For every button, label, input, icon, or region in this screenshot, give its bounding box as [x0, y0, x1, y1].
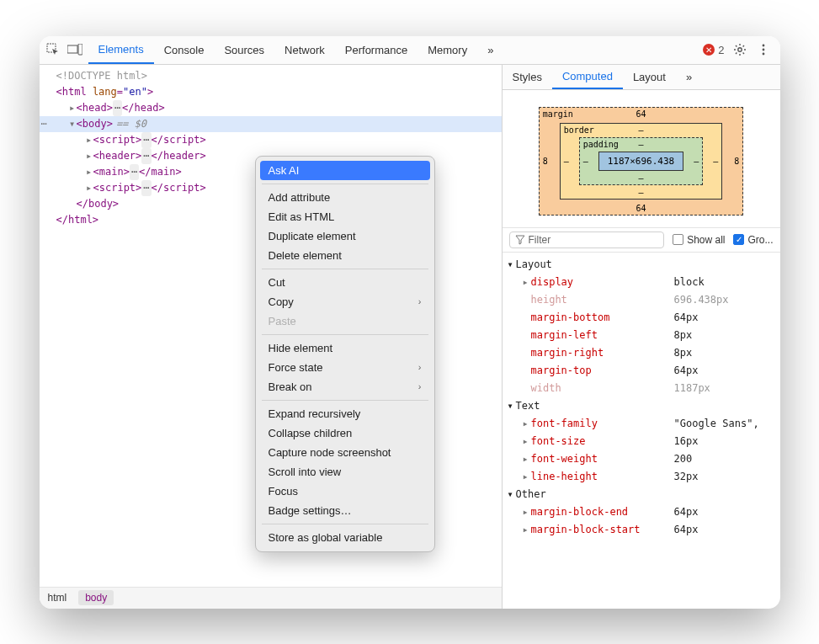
filter-input[interactable]: Filter: [509, 232, 665, 248]
context-menu-item[interactable]: Store as global variable: [260, 528, 430, 547]
menu-item-label: Duplicate element: [269, 230, 356, 242]
prop-row[interactable]: ▸margin-block-start64px: [508, 521, 775, 539]
tab-label: Styles: [513, 71, 542, 83]
prop-row[interactable]: margin-left8px: [508, 327, 775, 344]
filter-row: Filter Show all ✓Gro...: [503, 228, 780, 253]
checkbox-label: Show all: [687, 234, 725, 246]
prop-value: 1187px: [674, 380, 710, 397]
box-border: border – – – – padding – – – – 1187×696.…: [560, 123, 722, 200]
tab-layout[interactable]: Layout: [623, 65, 676, 89]
dom-node[interactable]: ▸<head>⋯</head>: [40, 100, 502, 116]
box-margin: margin 64 64 8 8 border – – – – padding …: [539, 107, 743, 216]
margin-left-val: 8: [543, 157, 548, 166]
context-menu-item[interactable]: Expand recursively: [260, 404, 430, 423]
context-menu-item[interactable]: Cut: [260, 273, 430, 292]
group-name: Text: [516, 400, 540, 412]
tab-elements[interactable]: Elements: [88, 36, 154, 64]
dom-node-selected[interactable]: ▾<body>== $0: [40, 116, 502, 132]
menu-item-label: Cut: [269, 276, 285, 289]
box-model[interactable]: margin 64 64 8 8 border – – – – padding …: [503, 90, 780, 228]
context-menu-item[interactable]: Badge settings…: [260, 501, 430, 520]
crumb-body[interactable]: body: [78, 590, 114, 605]
context-menu-item[interactable]: Ask AI: [260, 161, 430, 180]
gear-icon[interactable]: [731, 41, 748, 58]
margin-top-val: 64: [636, 109, 646, 119]
menu-item-label: Paste: [269, 315, 296, 327]
inspect-icon[interactable]: [45, 41, 61, 58]
prop-value: 64px: [674, 503, 699, 521]
prop-row[interactable]: ▸displayblock: [508, 274, 775, 291]
prop-row[interactable]: height696.438px: [508, 291, 775, 309]
context-menu: Ask AIAdd attributeEdit as HTMLDuplicate…: [255, 156, 435, 552]
tab-label: Elements: [98, 43, 144, 56]
context-menu-item[interactable]: Duplicate element: [260, 226, 430, 246]
dom-node[interactable]: ▸<script>⋯</script>: [40, 132, 502, 148]
tab-sources[interactable]: Sources: [214, 36, 274, 64]
context-menu-item[interactable]: Delete element: [260, 246, 430, 265]
context-menu-item[interactable]: Capture node screenshot: [260, 443, 430, 462]
border-left-val: –: [564, 157, 569, 166]
dom-node[interactable]: <html lang="en">: [40, 84, 502, 100]
prop-row[interactable]: ▸font-size16px: [508, 433, 775, 450]
error-badge[interactable]: ✕ 2: [703, 44, 724, 56]
context-menu-item[interactable]: Break on›: [260, 377, 430, 397]
menu-item-label: Capture node screenshot: [269, 446, 391, 459]
tab-label: Sources: [224, 44, 264, 56]
context-menu-item[interactable]: Hide element: [260, 338, 430, 358]
prop-group[interactable]: ▾Text: [508, 397, 775, 415]
prop-value: 16px: [674, 433, 699, 450]
context-menu-item[interactable]: Edit as HTML: [260, 207, 430, 226]
prop-group[interactable]: ▾Layout: [508, 256, 775, 274]
prop-row[interactable]: width1187px: [508, 380, 775, 397]
ellipsis-icon[interactable]: ⋯: [141, 132, 151, 148]
context-menu-item[interactable]: Focus: [260, 482, 430, 501]
padding-top-val: –: [638, 140, 643, 149]
tab-computed[interactable]: Computed: [552, 65, 623, 89]
attr-val: "en": [123, 86, 147, 98]
dom-node[interactable]: <!DOCTYPE html>: [40, 68, 502, 84]
box-padding: padding – – – – 1187×696.438: [579, 137, 703, 185]
submenu-arrow-icon: ›: [418, 362, 422, 372]
prop-row[interactable]: ▸font-weight200: [508, 450, 775, 468]
breadcrumb: html body: [40, 587, 502, 609]
crumb-html[interactable]: html: [48, 592, 67, 604]
tab-memory[interactable]: Memory: [417, 36, 477, 64]
kebab-icon[interactable]: [755, 41, 772, 58]
show-all-checkbox[interactable]: Show all: [673, 234, 725, 246]
ellipsis-icon[interactable]: ⋯: [141, 148, 151, 164]
devtools-window: Elements Console Sources Network Perform…: [40, 36, 780, 609]
group-checkbox[interactable]: ✓Gro...: [733, 234, 773, 246]
prop-name: font-size: [531, 433, 674, 450]
tabs-overflow[interactable]: »: [676, 65, 702, 89]
tag-name: body: [82, 118, 107, 130]
padding-bottom-val: –: [638, 173, 643, 183]
prop-value: 200: [674, 450, 693, 468]
prop-row[interactable]: margin-right8px: [508, 344, 775, 362]
prop-row[interactable]: ▸margin-block-end64px: [508, 503, 775, 521]
prop-name: height: [531, 291, 674, 309]
tab-console[interactable]: Console: [154, 36, 215, 64]
prop-group[interactable]: ▾Other: [508, 486, 775, 503]
context-menu-item[interactable]: Force state›: [260, 358, 430, 377]
ellipsis-icon[interactable]: ⋯: [113, 100, 122, 116]
tab-performance[interactable]: Performance: [335, 36, 417, 64]
context-menu-item[interactable]: Collapse children: [260, 423, 430, 443]
tab-styles[interactable]: Styles: [503, 65, 552, 89]
device-mode-icon[interactable]: [66, 41, 83, 58]
ellipsis-icon[interactable]: ⋯: [141, 180, 151, 196]
prop-row[interactable]: margin-top64px: [508, 362, 775, 380]
context-menu-item: Paste: [260, 311, 430, 331]
tag-name: script: [163, 134, 199, 146]
computed-properties[interactable]: ▾Layout▸displayblockheight696.438pxmargi…: [503, 253, 780, 609]
prop-row[interactable]: ▸line-height32px: [508, 468, 775, 486]
tabs-overflow[interactable]: »: [477, 36, 503, 64]
tab-network[interactable]: Network: [274, 36, 335, 64]
prop-row[interactable]: ▸font-family"Google Sans",: [508, 415, 775, 433]
prop-name: margin-block-start: [531, 521, 674, 539]
context-menu-item[interactable]: Add attribute: [260, 188, 430, 207]
context-menu-item[interactable]: Scroll into view: [260, 462, 430, 482]
tab-label: Performance: [345, 44, 407, 56]
ellipsis-icon[interactable]: ⋯: [130, 164, 139, 180]
context-menu-item[interactable]: Copy›: [260, 292, 430, 311]
prop-row[interactable]: margin-bottom64px: [508, 309, 775, 327]
